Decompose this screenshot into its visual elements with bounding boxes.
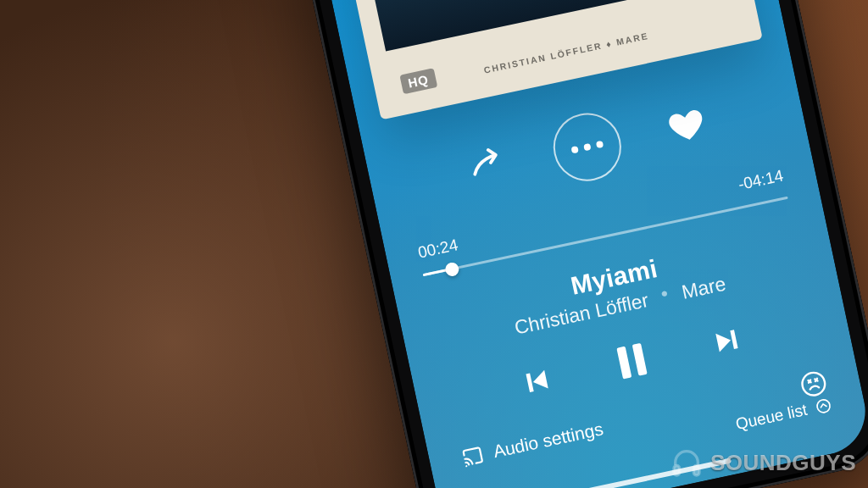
photo-scene: HQ CHRISTIAN LÖFFLER ♦ MARE bbox=[0, 0, 868, 488]
audio-settings-label: Audio settings bbox=[492, 419, 605, 462]
svg-rect-5 bbox=[693, 465, 699, 475]
pause-button[interactable] bbox=[607, 336, 657, 386]
svg-rect-1 bbox=[632, 343, 648, 376]
chromecast-icon bbox=[459, 443, 486, 469]
headphones-icon bbox=[670, 446, 704, 480]
svg-rect-0 bbox=[616, 347, 632, 380]
favorite-heart-icon[interactable] bbox=[665, 104, 709, 148]
watermark-text: SOUNDGUYS bbox=[710, 450, 856, 476]
watermark: SOUNDGUYS bbox=[670, 446, 856, 480]
next-track-button[interactable] bbox=[709, 322, 747, 360]
audio-settings-button[interactable]: Audio settings bbox=[459, 418, 605, 469]
dislike-face-icon[interactable] bbox=[798, 368, 830, 400]
svg-rect-4 bbox=[674, 465, 680, 475]
music-player-screen: HQ CHRISTIAN LÖFFLER ♦ MARE bbox=[297, 0, 868, 488]
phone-frame: HQ CHRISTIAN LÖFFLER ♦ MARE bbox=[275, 0, 868, 488]
chevron-up-circle-icon bbox=[814, 396, 834, 416]
more-options-button[interactable] bbox=[547, 107, 627, 187]
meta-separator-icon: • bbox=[659, 282, 670, 305]
svg-point-3 bbox=[816, 398, 832, 413]
share-icon[interactable] bbox=[464, 145, 510, 191]
previous-track-button[interactable] bbox=[517, 363, 555, 401]
track-album[interactable]: Mare bbox=[680, 273, 728, 303]
seek-thumb[interactable] bbox=[444, 261, 460, 277]
svg-point-2 bbox=[800, 370, 827, 397]
